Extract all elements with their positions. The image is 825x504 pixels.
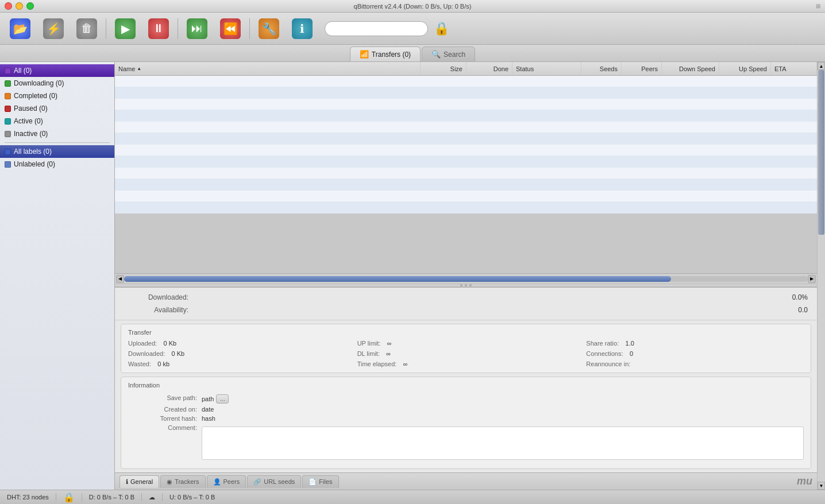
torrent-table: Name ▲ Size Done Status Seeds Peers — [115, 62, 817, 273]
save-path-value: path … — [202, 394, 804, 404]
sequential-button[interactable]: ⏭ — [182, 16, 213, 41]
all-labels-dot — [5, 149, 11, 155]
dl-limit-value: ∞ — [386, 350, 391, 357]
browse-button[interactable]: … — [216, 394, 229, 404]
sidebar-item-unlabeled[interactable]: Unlabeled (0) — [0, 158, 114, 170]
priority-button[interactable]: ⏪ — [215, 16, 246, 41]
download-status: D: 0 B/s – T: 0 B — [89, 494, 134, 501]
options-button[interactable]: 🔧 — [253, 16, 284, 41]
completed-dot — [5, 93, 11, 99]
information-grid: Save path: path … Created on: date Torre… — [128, 392, 804, 464]
col-header-status[interactable]: Status — [512, 62, 581, 75]
search-input[interactable] — [325, 21, 428, 36]
files-tab-icon: 📄 — [309, 478, 317, 486]
transfer-col-2: UP limit: ∞ DL limit: ∞ Time elapsed: ∞ — [357, 339, 575, 368]
reannounce-item: Reannounce in: — [586, 360, 804, 368]
main-area: All (0) Downloading (0) Completed (0) Pa… — [0, 62, 825, 490]
col-header-eta[interactable]: ETA — [771, 62, 817, 75]
horizontal-scroll-track[interactable] — [124, 276, 808, 282]
dl-limit-item: DL limit: ∞ — [357, 350, 575, 358]
general-tab-label: General — [130, 478, 153, 485]
col-header-up-speed[interactable]: Up Speed — [719, 62, 771, 75]
mutor-logo: mu — [797, 475, 812, 487]
sidebar-item-all-labels[interactable]: All labels (0) — [0, 145, 114, 158]
minimize-button[interactable] — [16, 2, 23, 10]
col-header-name[interactable]: Name ▲ — [115, 62, 421, 75]
downloaded-transfer-item: Downloaded: 0 Kb — [128, 350, 346, 358]
btab-general[interactable]: ℹ General — [119, 475, 159, 488]
sidebar-item-completed[interactable]: Completed (0) — [0, 90, 114, 102]
horizontal-scrollbar[interactable]: ◀ ▶ — [115, 273, 817, 284]
scroll-down-arrow[interactable]: ▼ — [818, 482, 825, 490]
save-path-label: Save path: — [128, 394, 197, 404]
sidebar-item-inactive[interactable]: Inactive (0) — [0, 127, 114, 140]
status-bar: DHT: 23 nodes 🔒 D: 0 B/s – T: 0 B ☁ U: 0… — [0, 490, 825, 504]
close-button[interactable] — [5, 2, 12, 10]
time-elapsed-item: Time elapsed: ∞ — [357, 360, 575, 368]
horizontal-scroll-thumb[interactable] — [124, 276, 671, 282]
sidebar-item-all[interactable]: All (0) — [0, 64, 114, 77]
zoom-control[interactable]: ⊞ — [816, 3, 820, 9]
sidebar-item-paused[interactable]: Paused (0) — [0, 102, 114, 115]
transfer-col-1: Uploaded: 0 Kb Downloaded: 0 Kb Wasted: … — [128, 339, 346, 368]
vertical-scroll-thumb[interactable] — [818, 70, 824, 235]
table-rows-container — [115, 76, 817, 273]
maximize-button[interactable] — [26, 2, 34, 10]
vertical-scroll-track[interactable] — [818, 70, 825, 482]
sidebar-unlabeled-label: Unlabeled (0) — [14, 160, 55, 168]
information-section-title: Information — [128, 382, 804, 389]
search-wrapper: 🔍 — [325, 21, 428, 36]
about-button[interactable]: ℹ — [287, 16, 318, 41]
btab-url-seeds[interactable]: 🔗 URL seeds — [247, 475, 301, 488]
status-separator-4 — [162, 493, 163, 501]
transfer-grid: Uploaded: 0 Kb Downloaded: 0 Kb Wasted: … — [128, 339, 804, 368]
col-header-peers[interactable]: Peers — [622, 62, 662, 75]
col-header-size[interactable]: Size — [421, 62, 467, 75]
table-row — [115, 156, 817, 168]
delete-icon: 🗑 — [76, 18, 97, 39]
active-dot — [5, 118, 11, 125]
tab-transfers[interactable]: 📶 Transfers (0) — [350, 46, 421, 61]
downloaded-stat-label: Downloaded: — [124, 293, 193, 301]
col-header-down-speed[interactable]: Down Speed — [662, 62, 719, 75]
sidebar-item-downloading[interactable]: Downloading (0) — [0, 77, 114, 90]
pause-button[interactable]: ⏸ — [143, 16, 174, 41]
bittorrent-icon: ⚡ — [43, 18, 64, 39]
comment-area — [202, 424, 804, 462]
scroll-left-arrow[interactable]: ◀ — [116, 275, 124, 283]
sidebar-all-label: All (0) — [14, 67, 32, 75]
btab-trackers[interactable]: ◉ Trackers — [160, 475, 205, 488]
uploaded-value: 0 Kb — [164, 340, 177, 347]
sidebar-item-active[interactable]: Active (0) — [0, 115, 114, 127]
bittorrent-button[interactable]: ⚡ — [38, 16, 69, 41]
downloaded-stat-row: Downloaded: 0.0% — [124, 291, 808, 304]
detail-panel: Downloaded: 0.0% Availability: 0.0 Trans… — [115, 287, 817, 472]
share-ratio-value: 1.0 — [626, 340, 634, 347]
scroll-up-arrow[interactable]: ▲ — [818, 62, 825, 70]
sort-arrow-icon: ▲ — [137, 66, 141, 71]
lock-icon: 🔒 — [434, 21, 449, 36]
table-row — [115, 99, 817, 110]
col-header-seeds[interactable]: Seeds — [581, 62, 622, 75]
start-icon: ▶ — [115, 18, 136, 39]
sidebar-inactive-label: Inactive (0) — [14, 130, 48, 138]
tab-search[interactable]: 🔍 Search — [422, 46, 475, 61]
delete-button[interactable]: 🗑 — [71, 16, 102, 41]
col-header-done[interactable]: Done — [467, 62, 512, 75]
vertical-scrollbar[interactable]: ▲ ▼ — [817, 62, 825, 490]
open-torrent-button[interactable]: 📂 — [5, 16, 36, 41]
start-button[interactable]: ▶ — [110, 16, 141, 41]
downloaded-transfer-value: 0 Kb — [172, 350, 185, 357]
transfer-section: Transfer Uploaded: 0 Kb Downloaded: 0 Kb — [121, 324, 811, 373]
btab-peers[interactable]: 👤 Peers — [207, 475, 246, 488]
scroll-right-arrow[interactable]: ▶ — [808, 275, 816, 283]
btab-files[interactable]: 📄 Files — [302, 475, 338, 488]
comment-textarea[interactable] — [202, 427, 804, 460]
created-on-value: date — [202, 406, 804, 413]
bottom-tabs: ℹ General ◉ Trackers 👤 Peers 🔗 URL seeds… — [115, 472, 817, 490]
table-row — [115, 202, 817, 214]
share-ratio-item: Share ratio: 1.0 — [586, 339, 804, 347]
sidebar-completed-label: Completed (0) — [14, 92, 57, 100]
uploaded-item: Uploaded: 0 Kb — [128, 339, 346, 347]
toolbar-separator-1 — [106, 18, 106, 39]
